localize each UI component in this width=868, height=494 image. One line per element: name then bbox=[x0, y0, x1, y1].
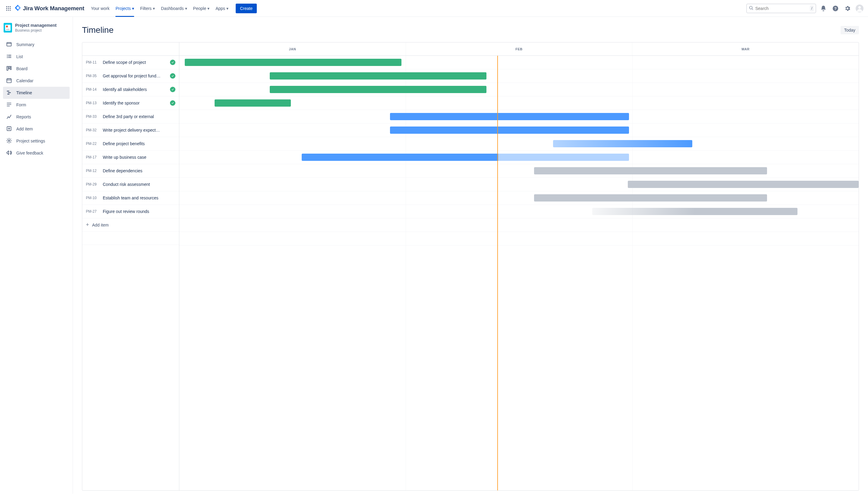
timeline-month-label: FEB bbox=[406, 42, 633, 55]
sidebar-item-timeline[interactable]: Timeline bbox=[3, 87, 70, 99]
sidebar-item-add[interactable]: Add item bbox=[3, 123, 70, 135]
product-name: Jira Work Management bbox=[23, 5, 85, 12]
timeline-container: JANFEBMAR PM-11Define scope of projectPM… bbox=[82, 42, 859, 491]
task-row[interactable]: PM-22Define project benefits bbox=[82, 137, 179, 151]
settings-icon[interactable] bbox=[843, 4, 852, 13]
sidebar-item-label: Board bbox=[16, 66, 27, 71]
svg-point-6 bbox=[6, 10, 7, 11]
task-title: Write up business case bbox=[103, 155, 176, 160]
gantt-area[interactable] bbox=[179, 56, 858, 490]
task-row[interactable]: PM-35Get approval for project fund… bbox=[82, 69, 179, 83]
gantt-row bbox=[179, 69, 858, 83]
chevron-down-icon: ▾ bbox=[226, 6, 228, 11]
task-title: Identify the sponsor bbox=[103, 101, 166, 106]
task-title: Identify all stakeholders bbox=[103, 87, 166, 92]
svg-text:?: ? bbox=[834, 6, 837, 11]
help-icon[interactable]: ? bbox=[831, 4, 840, 13]
gantt-row bbox=[179, 124, 858, 137]
status-done-icon bbox=[170, 100, 176, 106]
topbar: Jira Work Management Your work Projects … bbox=[0, 0, 868, 17]
svg-rect-19 bbox=[8, 66, 10, 69]
gantt-bar[interactable] bbox=[390, 113, 629, 120]
profile-avatar[interactable] bbox=[855, 4, 864, 13]
task-row[interactable]: PM-10Establish team and resources bbox=[82, 191, 179, 205]
nav-people[interactable]: People ▾ bbox=[190, 0, 213, 17]
sidebar-item-board[interactable]: Board bbox=[3, 63, 70, 75]
sidebar-item-reports[interactable]: Reports bbox=[3, 111, 70, 123]
overview-icon bbox=[6, 41, 12, 48]
svg-point-4 bbox=[8, 8, 9, 9]
sidebar-item-settings[interactable]: Project settings bbox=[3, 135, 70, 147]
nav-apps[interactable]: Apps ▾ bbox=[213, 0, 232, 17]
sidebar-item-form[interactable]: Form bbox=[3, 99, 70, 111]
task-row[interactable]: PM-33Define 3rd party or external bbox=[82, 110, 179, 124]
nav-projects-label: Projects bbox=[115, 6, 131, 11]
nav-your-work[interactable]: Your work bbox=[88, 0, 113, 17]
status-done-icon bbox=[170, 87, 176, 92]
sidebar-item-label: List bbox=[16, 54, 23, 59]
nav-dashboards[interactable]: Dashboards ▾ bbox=[158, 0, 190, 17]
task-title: Get approval for project fund… bbox=[103, 74, 166, 78]
task-row[interactable]: PM-14Identify all stakeholders bbox=[82, 83, 179, 96]
project-header[interactable]: Project management Business project bbox=[3, 23, 70, 37]
gantt-bar[interactable] bbox=[302, 154, 629, 161]
sidebar-item-summary[interactable]: Summary bbox=[3, 39, 70, 51]
timeline-month-label: JAN bbox=[179, 42, 406, 55]
task-id: PM-12 bbox=[86, 169, 99, 173]
sidebar-item-label: Timeline bbox=[16, 90, 32, 95]
today-marker bbox=[497, 56, 498, 490]
gear-icon bbox=[6, 138, 12, 145]
task-row[interactable]: PM-17Write up business case bbox=[82, 151, 179, 164]
svg-rect-22 bbox=[7, 91, 10, 92]
calendar-icon bbox=[6, 77, 12, 84]
notifications-icon[interactable] bbox=[818, 4, 828, 13]
task-row[interactable]: PM-29Conduct risk assessment bbox=[82, 178, 179, 191]
task-title: Establish team and resources bbox=[103, 195, 176, 200]
svg-rect-23 bbox=[8, 92, 11, 93]
gantt-bar[interactable] bbox=[270, 72, 486, 79]
add-item-row[interactable]: +Add item bbox=[82, 218, 179, 232]
gantt-bar[interactable] bbox=[390, 127, 629, 134]
app-switcher-icon[interactable] bbox=[4, 4, 13, 13]
svg-rect-18 bbox=[7, 66, 8, 70]
gantt-bar[interactable] bbox=[592, 208, 797, 215]
task-row[interactable]: PM-27Figure out review rounds bbox=[82, 205, 179, 218]
svg-point-0 bbox=[6, 6, 7, 7]
spacer-row bbox=[82, 232, 179, 245]
sidebar-item-list[interactable]: List bbox=[3, 51, 70, 63]
sidebar: Project management Business project Summ… bbox=[0, 17, 73, 494]
nav-filters[interactable]: Filters ▾ bbox=[137, 0, 158, 17]
gantt-bar[interactable] bbox=[553, 140, 692, 147]
task-row[interactable]: PM-12Define dependencies bbox=[82, 164, 179, 178]
add-item-icon bbox=[6, 126, 12, 133]
project-avatar-icon bbox=[4, 23, 12, 33]
gantt-bar[interactable] bbox=[270, 86, 486, 93]
task-row[interactable]: PM-13Identify the sponsor bbox=[82, 96, 179, 110]
gantt-bar[interactable] bbox=[534, 194, 767, 202]
gantt-bar[interactable] bbox=[628, 181, 858, 188]
product-logo[interactable]: Jira Work Management bbox=[15, 4, 85, 12]
gantt-row bbox=[179, 205, 858, 218]
gantt-bar[interactable] bbox=[215, 99, 291, 107]
main-content: Timeline Today JANFEBMAR PM-11Define sco… bbox=[73, 17, 868, 494]
search-box[interactable]: / bbox=[746, 4, 816, 13]
today-button[interactable]: Today bbox=[841, 26, 859, 34]
sidebar-item-label: Add item bbox=[16, 127, 33, 131]
nav-projects[interactable]: Projects ▾ bbox=[112, 0, 137, 17]
gantt-bar[interactable] bbox=[185, 59, 402, 66]
app-shell: Project management Business project Summ… bbox=[0, 17, 868, 494]
sidebar-item-calendar[interactable]: Calendar bbox=[3, 75, 70, 87]
svg-rect-24 bbox=[7, 94, 10, 95]
task-id: PM-11 bbox=[86, 60, 99, 64]
gantt-row-empty bbox=[179, 218, 858, 232]
sidebar-item-feedback[interactable]: Give feedback bbox=[3, 147, 70, 159]
create-button[interactable]: Create bbox=[236, 4, 257, 13]
gantt-bar[interactable] bbox=[534, 167, 767, 174]
task-title: Figure out review rounds bbox=[103, 209, 176, 214]
task-row[interactable]: PM-32Write project delivery expect… bbox=[82, 124, 179, 137]
search-input[interactable] bbox=[754, 6, 810, 11]
task-row[interactable]: PM-11Define scope of project bbox=[82, 56, 179, 69]
nav-dashboards-label: Dashboards bbox=[161, 6, 184, 11]
status-done-icon bbox=[170, 60, 176, 65]
chevron-down-icon: ▾ bbox=[153, 6, 155, 11]
